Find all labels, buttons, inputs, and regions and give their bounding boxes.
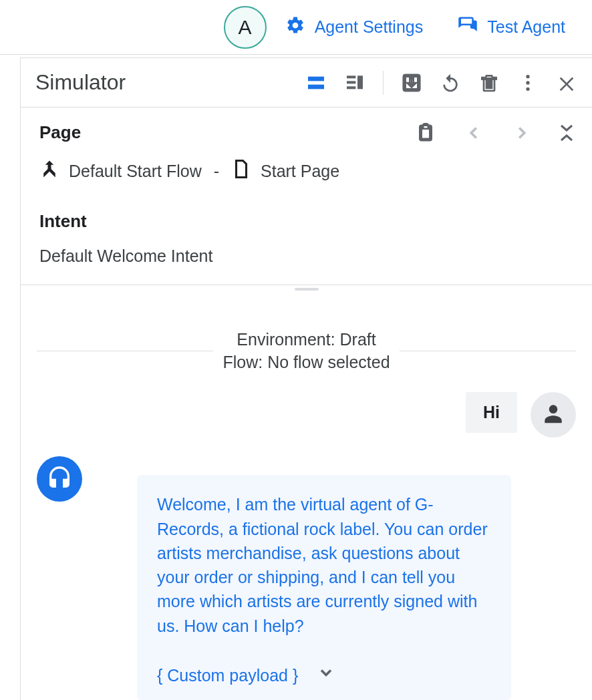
flow-name[interactable]: Default Start Flow [69, 162, 202, 181]
simulator-title: Simulator [35, 70, 126, 95]
page-info-block: Page Default Start [21, 108, 592, 285]
page-outline-icon [231, 159, 251, 183]
environment-divider: Environment: Draft Flow: No flow selecte… [37, 329, 576, 374]
user-message-text: Hi [483, 403, 500, 421]
user-message-row: Hi [37, 392, 576, 437]
agent-avatar-initial[interactable]: A [224, 6, 267, 49]
user-message-bubble[interactable]: Hi [466, 392, 517, 433]
svg-point-7 [526, 81, 529, 84]
prev-icon[interactable] [464, 123, 484, 143]
delete-icon[interactable] [478, 72, 500, 94]
svg-rect-4 [347, 86, 355, 89]
svg-point-8 [526, 87, 529, 90]
agent-avatar-bubble [37, 456, 82, 502]
agent-settings-link[interactable]: Agent Settings [285, 15, 424, 39]
next-icon[interactable] [512, 123, 532, 143]
svg-point-6 [526, 75, 529, 78]
resize-handle[interactable] [21, 285, 592, 294]
simulator-actions [305, 71, 577, 95]
flow-line: Flow: No flow selected [223, 351, 390, 374]
clipboard-icon[interactable] [416, 123, 436, 143]
user-avatar [531, 392, 576, 437]
headset-icon [46, 464, 73, 494]
svg-rect-5 [357, 75, 363, 89]
page-name[interactable]: Start Page [261, 162, 339, 181]
top-bar: A Agent Settings Test Agent [0, 0, 592, 55]
page-label: Page [39, 122, 81, 143]
test-agent-label: Test Agent [487, 17, 565, 37]
simulator-panel: Simulator [20, 57, 592, 700]
conversation-area: Environment: Draft Flow: No flow selecte… [21, 294, 592, 700]
chevron-down-icon [317, 663, 335, 688]
svg-rect-3 [347, 81, 355, 83]
save-icon[interactable] [401, 72, 422, 94]
intent-label: Intent [39, 211, 573, 232]
reset-icon[interactable] [440, 72, 461, 94]
avatar-letter: A [239, 16, 252, 39]
page-info-icons [416, 123, 573, 143]
custom-payload-label: { Custom payload } [157, 663, 298, 687]
agent-message-text: Welcome, I am the virtual agent of G-Rec… [157, 492, 491, 638]
agent-settings-label: Agent Settings [315, 17, 424, 37]
gear-icon [285, 15, 305, 39]
separator [383, 71, 384, 95]
top-left-group: A Agent Settings [224, 6, 424, 49]
intent-value[interactable]: Default Welcome Intent [39, 246, 573, 266]
svg-rect-0 [308, 76, 324, 81]
svg-rect-1 [308, 84, 324, 89]
custom-payload-toggle[interactable]: { Custom payload } [157, 663, 491, 688]
view-split-icon[interactable] [344, 72, 365, 94]
page-breadcrumb: Default Start Flow - Start Page [39, 159, 573, 183]
environment-line: Environment: Draft [223, 329, 390, 351]
breadcrumb-separator: - [214, 162, 219, 181]
collapse-icon[interactable] [560, 124, 573, 142]
simulator-header: Simulator [21, 58, 592, 108]
more-icon[interactable] [517, 72, 539, 94]
svg-rect-2 [347, 75, 355, 78]
person-icon [541, 401, 566, 429]
close-icon[interactable] [556, 72, 577, 94]
chat-icon [458, 15, 478, 39]
view-full-icon[interactable] [305, 72, 327, 94]
page-info-header: Page [39, 122, 573, 143]
agent-message-bubble[interactable]: Welcome, I am the virtual agent of G-Rec… [137, 475, 511, 700]
test-agent-link[interactable]: Test Agent [458, 15, 565, 39]
flow-merge-icon [39, 159, 59, 183]
